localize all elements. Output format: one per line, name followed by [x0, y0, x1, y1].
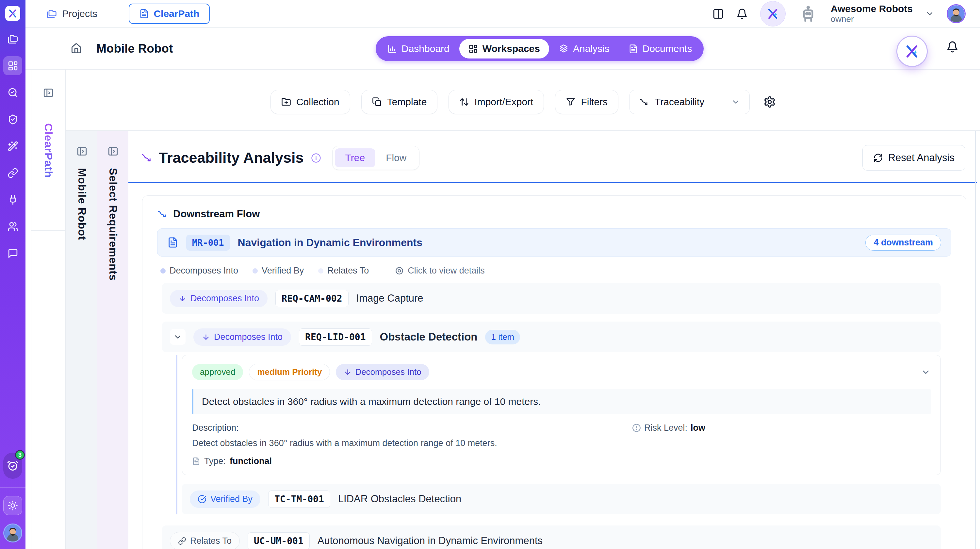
type-label: Type: [204, 456, 226, 466]
bell-icon[interactable] [947, 41, 958, 53]
users-icon [8, 221, 18, 232]
sparkle-logo-icon [767, 8, 779, 20]
info-icon[interactable] [311, 153, 321, 163]
tab-documents[interactable]: Documents [619, 39, 702, 59]
sidebar-item-ai-tools[interactable] [3, 137, 22, 156]
clearpath-tab[interactable]: ClearPath [129, 3, 210, 24]
priority-badge: medium Priority [249, 364, 330, 380]
import-export-label: Import/Export [474, 96, 533, 108]
folders-icon [8, 33, 18, 45]
sidebar-item-review[interactable] [3, 83, 22, 102]
grid-icon [468, 44, 478, 54]
legend-item: Verified By [253, 266, 304, 276]
type-value: functional [230, 456, 272, 466]
ai-assistant-floating-button[interactable] [896, 36, 928, 67]
detail-chips-row: approved medium Priority Decomposes Into [192, 364, 931, 380]
requirement-title: Obstacle Detection [380, 331, 477, 343]
arrow-down-icon [202, 333, 210, 341]
collection-button[interactable]: Collection [270, 90, 350, 114]
tree-row-uc-um-001[interactable]: Relates To UC-UM-001 Autonomous Navigati… [162, 525, 941, 549]
user-avatar[interactable] [947, 4, 966, 23]
collapse-detail-icon[interactable] [921, 367, 931, 377]
panel-expand-button[interactable] [105, 144, 121, 159]
account-menu[interactable]: Awesome Robots owner [831, 3, 913, 24]
sidebar-item-quality[interactable] [3, 110, 22, 129]
tree-branch-guide: approved medium Priority Decomposes Into… [177, 355, 941, 514]
use-case-title: Autonomous Navigation in Dynamic Environ… [318, 535, 542, 547]
tab-workspaces[interactable]: Workspaces [459, 39, 549, 59]
projects-button[interactable]: Projects [46, 8, 97, 19]
document-icon [167, 237, 178, 248]
projects-folder-icon [46, 8, 57, 19]
panel-open-icon [76, 146, 88, 157]
view-mode-value: Traceability [655, 96, 704, 108]
sidebar-item-comments[interactable] [3, 244, 22, 263]
requirement-title: Image Capture [356, 293, 423, 304]
sidebar-item-integrations[interactable] [3, 190, 22, 209]
home-icon[interactable] [70, 43, 82, 54]
top-bar-right: Awesome Robots owner [713, 1, 966, 27]
sidebar-user-avatar[interactable] [3, 524, 22, 543]
select-requirements-panel-label: Select Requirements [107, 168, 119, 281]
root-requirement-row[interactable]: MR-001 Navigation in Dynamic Environment… [157, 228, 951, 256]
link-icon [8, 168, 18, 178]
org-robot-avatar [798, 3, 818, 24]
panel-open-icon [108, 146, 119, 157]
top-bar: Projects ClearPath Awesome Robots owner [25, 0, 980, 28]
filters-button[interactable]: Filters [555, 90, 618, 114]
view-mode-select[interactable]: Traceability [630, 90, 750, 114]
requirement-detail-card[interactable]: approved medium Priority Decomposes Into… [182, 355, 941, 475]
tab-analysis[interactable]: Analysis [550, 39, 619, 59]
chat-icon [8, 248, 18, 259]
alarm-check-icon [7, 460, 19, 471]
sidebar-item-workspaces[interactable] [3, 56, 22, 75]
tab-label: Workspaces [482, 43, 540, 54]
tab-label: Dashboard [401, 43, 450, 54]
ai-assistant-button[interactable] [760, 1, 786, 27]
sidebar-item-team[interactable] [3, 217, 22, 236]
legend-item: Decomposes Into [161, 266, 238, 276]
use-case-id-badge: UC-UM-001 [248, 532, 310, 549]
flow-mode-button[interactable]: Flow [375, 148, 417, 167]
tree-row-req-cam-002[interactable]: Decomposes Into REQ-CAM-002 Image Captur… [162, 283, 941, 314]
layout-columns-icon[interactable] [713, 8, 724, 20]
sidebar-nav [3, 29, 22, 263]
tab-dashboard[interactable]: Dashboard [378, 39, 459, 59]
notifications-button[interactable]: 3 [3, 453, 22, 479]
reset-analysis-button[interactable]: Reset Analysis [862, 145, 965, 170]
notifications-count-badge: 3 [15, 450, 25, 460]
traceability-tree: Decomposes Into REQ-CAM-002 Image Captur… [162, 283, 941, 549]
tree-row-tc-tm-001[interactable]: Verified By TC-TM-001 LIDAR Obstacles De… [182, 484, 941, 514]
description-text: Detect obstacles in 360° radius with a m… [192, 438, 931, 448]
sidebar-item-links[interactable] [3, 163, 22, 182]
layers-icon [559, 44, 568, 54]
import-export-button[interactable]: Import/Export [449, 90, 544, 114]
bell-icon[interactable] [736, 8, 748, 20]
tree-row-req-lid-001[interactable]: Decomposes Into REQ-LID-001 Obstacle Det… [162, 321, 941, 352]
clearpath-logo-icon [8, 8, 18, 18]
collapse-row-button[interactable] [170, 329, 186, 345]
settings-gear-icon[interactable] [764, 96, 776, 108]
root-requirement-title: Navigation in Dynamic Environments [238, 237, 422, 249]
panel-expand-button[interactable] [41, 85, 56, 100]
analysis-title: Traceability Analysis [159, 150, 304, 166]
copy-icon [372, 97, 382, 107]
bar-chart-icon [387, 44, 397, 54]
template-button[interactable]: Template [361, 90, 438, 114]
chevron-down-icon [173, 333, 182, 342]
section-accent-rule [128, 182, 977, 183]
panel-expand-button[interactable] [75, 144, 89, 159]
document-icon [139, 9, 149, 19]
app-logo[interactable] [5, 6, 20, 21]
analysis-main: Traceability Analysis Tree Flow Reset An… [128, 131, 980, 549]
theme-toggle-button[interactable] [3, 496, 22, 515]
sparkle-logo-icon [905, 44, 920, 59]
check-circle-icon [197, 495, 207, 504]
clearpath-panel-label: ClearPath [42, 123, 55, 178]
chevron-down-icon[interactable] [925, 9, 934, 18]
view-details-icon [395, 266, 404, 275]
sidebar-item-projects[interactable] [3, 29, 22, 48]
flow-icon [157, 209, 167, 219]
tree-mode-button[interactable]: Tree [335, 148, 375, 167]
app-sidebar: 3 [0, 0, 25, 549]
